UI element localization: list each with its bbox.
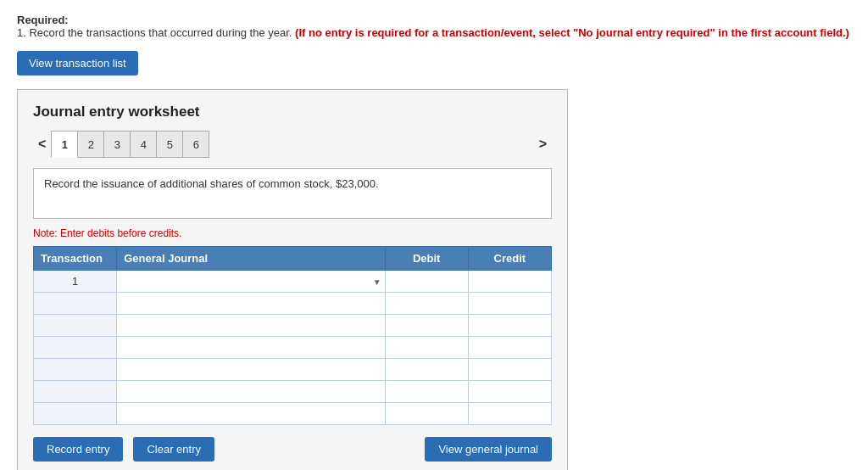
general-journal-cell[interactable] [117,403,385,425]
debit-input-1[interactable] [386,271,468,292]
clear-entry-button[interactable]: Clear entry [133,437,214,462]
view-general-journal-button[interactable]: View general journal [425,437,552,462]
journal-table: Transaction General Journal Debit Credit… [33,246,552,425]
transaction-cell: 1 [34,271,117,293]
general-journal-input-4[interactable] [117,337,384,358]
debit-cell[interactable] [385,293,468,315]
credit-cell[interactable] [468,315,551,337]
general-journal-cell[interactable]: ▼ [117,271,385,293]
debit-cell[interactable] [385,381,468,403]
transaction-cell [34,293,117,315]
transaction-cell [34,359,117,381]
general-journal-input-6[interactable] [117,381,384,402]
required-section: Required: 1. Record the transactions tha… [17,14,851,39]
col-transaction: Transaction [34,247,117,271]
table-row [34,403,552,425]
credit-cell[interactable] [468,337,551,359]
general-journal-cell[interactable] [117,315,385,337]
tab-6[interactable]: 6 [182,131,209,158]
credit-cell[interactable] [468,381,551,403]
general-journal-cell[interactable] [117,337,385,359]
credit-input-5[interactable] [469,359,551,380]
debit-input-2[interactable] [386,293,468,314]
transaction-cell [34,403,117,425]
credit-input-6[interactable] [469,381,551,402]
prev-tab-arrow[interactable]: < [33,133,51,155]
table-row [34,359,552,381]
debit-cell[interactable] [385,337,468,359]
col-debit: Debit [385,247,468,271]
debit-cell[interactable] [385,359,468,381]
col-general-journal: General Journal [117,247,385,271]
general-journal-input-3[interactable] [117,315,384,336]
button-row: Record entry Clear entry View general jo… [33,437,552,462]
credit-input-4[interactable] [469,337,551,358]
general-journal-cell[interactable] [117,359,385,381]
credit-input-2[interactable] [469,293,551,314]
table-row [34,337,552,359]
next-tab-arrow[interactable]: > [534,133,552,155]
transaction-cell [34,315,117,337]
table-row [34,293,552,315]
transaction-cell [34,337,117,359]
credit-input-1[interactable] [469,271,551,292]
general-journal-input-5[interactable] [117,359,384,380]
worksheet-container: Journal entry worksheet < 1 2 3 4 5 6 > … [17,89,568,470]
credit-cell[interactable] [468,271,551,293]
worksheet-title: Journal entry worksheet [33,104,552,120]
tab-4[interactable]: 4 [130,131,157,158]
credit-cell[interactable] [468,403,551,425]
tab-3[interactable]: 3 [103,131,131,158]
tab-5[interactable]: 5 [156,131,183,158]
transaction-cell [34,381,117,403]
tab-navigation: < 1 2 3 4 5 6 > [33,131,552,158]
table-row [34,381,552,403]
credit-input-7[interactable] [469,403,551,424]
description-box: Record the issuance of additional shares… [33,168,552,219]
tab-1[interactable]: 1 [51,131,78,158]
required-highlight: (If no entry is required for a transacti… [295,26,849,39]
required-instruction: 1. Record the transactions that occurred… [17,26,851,39]
debit-input-5[interactable] [386,359,468,380]
general-journal-cell[interactable] [117,381,385,403]
general-journal-cell[interactable] [117,293,385,315]
credit-cell[interactable] [468,293,551,315]
table-row: 1 ▼ [34,271,552,293]
instruction-text: 1. Record the transactions that occurred… [17,26,292,39]
description-text: Record the issuance of additional shares… [44,177,379,190]
credit-cell[interactable] [468,359,551,381]
table-row [34,315,552,337]
view-transaction-button[interactable]: View transaction list [17,51,138,76]
col-credit: Credit [468,247,551,271]
debit-cell[interactable] [385,271,468,293]
credit-input-3[interactable] [469,315,551,336]
required-title: Required: [17,14,851,26]
debit-cell[interactable] [385,403,468,425]
debit-input-7[interactable] [386,403,468,424]
note-text: Note: Enter debits before credits. [33,227,552,239]
general-journal-input-2[interactable] [117,293,384,314]
tab-2[interactable]: 2 [77,131,104,158]
record-entry-button[interactable]: Record entry [33,437,123,462]
debit-input-3[interactable] [386,315,468,336]
general-journal-input-7[interactable] [117,403,384,424]
debit-input-4[interactable] [386,337,468,358]
general-journal-input-1[interactable] [117,271,384,292]
debit-cell[interactable] [385,315,468,337]
debit-input-6[interactable] [386,381,468,402]
